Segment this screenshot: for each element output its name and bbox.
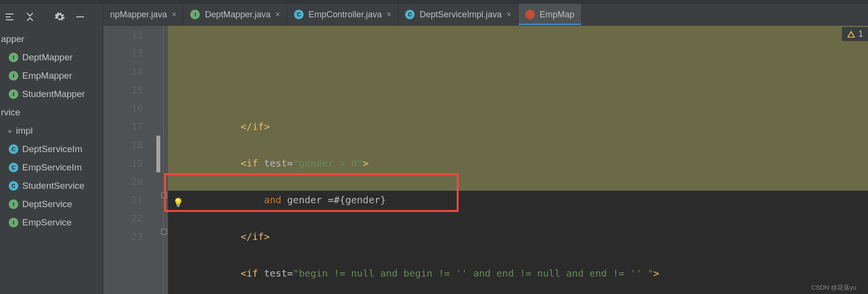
project-sidebar: apper IDeptMapper IEmpMapper IStudentMap… xyxy=(0,4,103,294)
tree-item[interactable]: IDeptService xyxy=(0,195,103,213)
collapse-all-icon[interactable] xyxy=(24,11,36,23)
line-number: 16 xyxy=(103,99,143,117)
warning-count: 1 xyxy=(858,29,863,39)
code-token: gender =#{gender} xyxy=(287,194,386,206)
interface-icon: I xyxy=(9,218,18,227)
gear-icon[interactable] xyxy=(54,11,66,23)
tab[interactable]: CEmpController.java× xyxy=(287,4,398,25)
tab[interactable]: npMapper.java× xyxy=(103,4,183,25)
tab[interactable]: CDeptServiceImpl.java× xyxy=(398,4,518,25)
gutter-selection xyxy=(156,136,160,172)
fold-handle-icon[interactable] xyxy=(161,229,167,235)
minimize-icon[interactable] xyxy=(74,11,86,23)
close-icon[interactable]: × xyxy=(387,10,391,19)
folder-icon: ▸ xyxy=(9,122,12,140)
line-gutter: 12 13 14 15 16 17 18 19 20 21 22 23 xyxy=(103,26,160,294)
code-token: test= xyxy=(264,267,293,279)
fold-line xyxy=(163,26,164,294)
tree-folder-impl[interactable]: ▸impl xyxy=(0,122,103,140)
close-icon[interactable]: × xyxy=(172,10,176,19)
sidebar-toolbar xyxy=(0,4,103,30)
folder-label: apper xyxy=(1,30,25,48)
code-editor[interactable]: 12 13 14 15 16 17 18 19 20 21 22 23 xyxy=(103,26,868,294)
code-token: and xyxy=(264,194,287,206)
close-icon[interactable]: × xyxy=(506,10,511,19)
tree-label: StudentService xyxy=(22,177,84,195)
tree-item[interactable]: CStudentService xyxy=(0,177,103,195)
code-token: > xyxy=(363,157,368,169)
main: apper IDeptMapper IEmpMapper IStudentMap… xyxy=(0,4,868,294)
editor-tabs: npMapper.java× IDeptMapper.java× CEmpCon… xyxy=(103,4,868,26)
code-token: </if> xyxy=(241,231,270,242)
code-content[interactable]: 💡 </if> <if test="gender > 0"> and gende… xyxy=(168,26,868,294)
line-number: 17 xyxy=(103,117,143,136)
interface-icon: I xyxy=(9,89,18,99)
line-number: 23 xyxy=(103,227,143,246)
tree-label: DeptMapper xyxy=(22,48,73,67)
tree-item[interactable]: IEmpMapper xyxy=(0,67,103,85)
line-number: 13 xyxy=(103,44,143,62)
tab-active[interactable]: EmpMap xyxy=(518,4,582,25)
tree-folder-mapper[interactable]: apper xyxy=(0,30,103,48)
class-icon: C xyxy=(294,10,304,19)
code-token: > xyxy=(653,267,659,279)
fold-bar xyxy=(160,26,168,294)
interface-icon: I xyxy=(9,53,18,62)
folder-label: rvice xyxy=(1,103,20,122)
tab[interactable]: IDeptMapper.java× xyxy=(183,4,287,25)
tree-item[interactable]: IStudentMapper xyxy=(0,85,103,103)
editor-area: npMapper.java× IDeptMapper.java× CEmpCon… xyxy=(103,4,868,294)
tab-label: EmpController.java xyxy=(308,10,382,20)
line-number: 12 xyxy=(103,26,143,44)
code-token: "gender > 0" xyxy=(293,157,363,169)
warning-badge[interactable]: 1 xyxy=(842,27,868,41)
app-root: apper IDeptMapper IEmpMapper IStudentMap… xyxy=(0,0,868,294)
code-token: </if> xyxy=(241,121,270,132)
expand-all-icon[interactable] xyxy=(4,11,15,23)
tree-item[interactable]: CDeptServiceIm xyxy=(0,140,103,158)
tree-label: EmpServiceIm xyxy=(22,158,82,177)
line-number: 15 xyxy=(103,81,143,99)
interface-icon: I xyxy=(9,199,18,209)
top-spacer xyxy=(0,0,868,4)
line-number: 21 xyxy=(103,191,143,209)
line-number: 22 xyxy=(103,209,143,227)
line-number: 19 xyxy=(103,154,143,172)
warning-icon xyxy=(847,30,855,39)
folder-label: impl xyxy=(16,122,33,140)
code-token: <if xyxy=(241,157,258,169)
class-icon: C xyxy=(9,181,18,191)
code-token: test= xyxy=(264,157,293,169)
xml-icon xyxy=(525,10,535,19)
class-icon: C xyxy=(405,10,415,19)
tab-label: npMapper.java xyxy=(110,10,167,20)
line-number: 20 xyxy=(103,172,143,191)
close-icon[interactable]: × xyxy=(276,10,280,19)
class-icon: C xyxy=(9,163,18,172)
code-token: <if xyxy=(241,267,258,279)
fold-handle-icon[interactable] xyxy=(161,192,167,198)
tree-item[interactable]: IEmpService xyxy=(0,213,103,232)
tree-folder-service[interactable]: rvice xyxy=(0,103,103,122)
interface-icon: I xyxy=(190,10,200,19)
tab-label: DeptMapper.java xyxy=(205,10,270,20)
watermark: CSDN @花落yu xyxy=(812,283,856,292)
class-icon: C xyxy=(9,144,18,154)
tab-label: DeptServiceImpl.java xyxy=(420,10,502,20)
tree-item[interactable]: CEmpServiceIm xyxy=(0,158,103,177)
project-tree[interactable]: apper IDeptMapper IEmpMapper IStudentMap… xyxy=(0,30,103,294)
tree-label: EmpService xyxy=(22,213,71,232)
tree-label: StudentMapper xyxy=(22,85,85,103)
tree-label: DeptServiceIm xyxy=(22,140,83,158)
tree-label: EmpMapper xyxy=(22,67,72,85)
code-token: "begin != null and begin != '' and end !… xyxy=(293,267,654,279)
interface-icon: I xyxy=(9,71,18,81)
tree-label: DeptService xyxy=(22,195,72,213)
line-number: 14 xyxy=(103,62,143,81)
line-number: 18 xyxy=(103,136,143,154)
tab-label: EmpMap xyxy=(540,10,574,20)
tree-item[interactable]: IDeptMapper xyxy=(0,48,103,67)
